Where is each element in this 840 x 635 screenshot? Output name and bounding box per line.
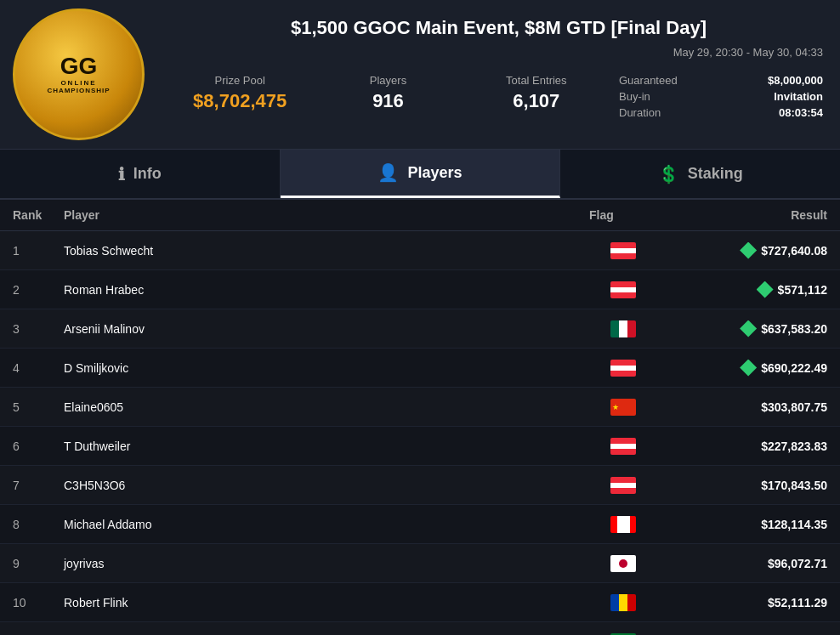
rank-cell: 2 <box>13 283 64 297</box>
result-cell: $303,807.75 <box>657 400 827 414</box>
result-value: $690,222.49 <box>761 361 827 375</box>
flag-at <box>610 281 636 298</box>
entries-label: Total Entries <box>506 74 567 87</box>
player-cell: Robert Flink <box>64 596 589 609</box>
result-cell: $96,072.71 <box>657 557 827 570</box>
col-player-header: Player <box>64 208 589 222</box>
flag-cell <box>589 477 657 494</box>
player-cell: T Duthweiler <box>64 439 589 453</box>
result-value: $303,807.75 <box>761 400 827 414</box>
result-value: $128,114.35 <box>761 518 827 531</box>
result-cell: $170,843.50 <box>657 479 827 492</box>
result-cell: $571,112 <box>657 281 827 298</box>
date-range: May 29, 20:30 - May 30, 04:33 <box>157 46 840 65</box>
duration-label: Duration <box>619 106 661 119</box>
guaranteed-row: Guaranteed $8,000,000 <box>619 74 823 87</box>
diamond-icon <box>740 320 757 337</box>
prize-pool-stat: Prize Pool $8,702,475 <box>174 74 305 112</box>
rank-cell: 1 <box>13 244 64 258</box>
flag-jp <box>610 555 636 572</box>
player-cell: D Smiljkovic <box>64 361 589 375</box>
col-rank-header: Rank <box>13 208 64 222</box>
event-title: $1,500 GGOC Main Event, $8M GTD [Final D… <box>174 17 823 39</box>
table-row: 9 joyrivas $96,072.71 <box>0 544 840 583</box>
table-row: 2 Roman Hrabec $571,112 <box>0 270 840 309</box>
flag-cn <box>610 399 636 416</box>
stats-bar: Prize Pool $8,702,475 Players 916 Total … <box>157 65 840 132</box>
flag-cell <box>589 320 657 337</box>
flag-cell <box>589 516 657 533</box>
result-value: $52,111.29 <box>768 596 827 609</box>
tab-players[interactable]: 👤 Players <box>281 150 561 198</box>
rank-cell: 7 <box>13 479 64 492</box>
player-cell: Roman Hrabec <box>64 283 589 297</box>
tab-players-label: Players <box>407 164 462 182</box>
tab-staking-label: Staking <box>688 165 743 183</box>
player-cell: joyrivas <box>64 557 589 570</box>
rank-cell: 5 <box>13 400 64 414</box>
player-cell: Elaine0605 <box>64 400 589 414</box>
result-value: $571,112 <box>778 283 827 297</box>
result-cell: $690,222.49 <box>657 360 827 377</box>
col-result-header: Result <box>657 208 827 222</box>
entries-stat: Total Entries 6,107 <box>471 74 602 112</box>
result-cell: $227,823.83 <box>657 439 827 453</box>
flag-cell <box>589 594 657 611</box>
buyin-row: Buy-in Invitation <box>619 90 823 103</box>
flag-ca <box>610 516 636 533</box>
result-cell: $727,640.08 <box>657 242 827 259</box>
info-icon: ℹ <box>118 164 125 184</box>
staking-icon: 💲 <box>658 164 679 184</box>
rank-cell: 4 <box>13 361 64 375</box>
rank-cell: 3 <box>13 322 64 336</box>
flag-at <box>610 242 636 259</box>
entries-value: 6,107 <box>513 90 559 112</box>
result-value: $170,843.50 <box>761 479 827 492</box>
result-cell: $128,114.35 <box>657 518 827 531</box>
player-cell: Arsenii Malinov <box>64 322 589 336</box>
guaranteed-label: Guaranteed <box>619 74 678 87</box>
result-value: $637,583.20 <box>761 322 827 336</box>
extra-stats: Guaranteed $8,000,000 Buy-in Invitation … <box>619 74 823 119</box>
flag-cell <box>589 360 657 377</box>
result-value: $727,640.08 <box>761 244 827 258</box>
rank-cell: 9 <box>13 557 64 570</box>
tabs: ℹ Info 👤 Players 💲 Staking <box>0 150 840 200</box>
players-stat: Players 916 <box>322 74 453 112</box>
buyin-label: Buy-in <box>619 90 650 103</box>
players-icon: 👤 <box>377 162 399 183</box>
rank-cell: 10 <box>13 596 64 609</box>
duration-row: Duration 08:03:54 <box>619 106 823 119</box>
prize-pool-value: $8,702,475 <box>193 90 287 112</box>
player-cell: C3H5N3O6 <box>64 479 589 492</box>
flag-cell <box>589 281 657 298</box>
buyin-value: Invitation <box>774 90 823 103</box>
rank-cell: 8 <box>13 518 64 531</box>
result-value: $227,823.83 <box>761 439 827 453</box>
table-row: 7 C3H5N3O6 $170,843.50 <box>0 466 840 505</box>
tab-staking[interactable]: 💲 Staking <box>560 150 840 198</box>
logo-gg: GG <box>47 54 110 80</box>
player-cell: Tobias Schwecht <box>64 244 589 258</box>
flag-cell <box>589 555 657 572</box>
table-row: 1 Tobias Schwecht $727,640.08 <box>0 231 840 270</box>
table-header: Rank Player Flag Result <box>0 200 840 231</box>
player-cell: Michael Addamo <box>64 518 589 531</box>
header: GG ONLINE CHAMPIONSHIP $1,500 GGOC Main … <box>0 0 840 150</box>
table-row: 3 Arsenii Malinov $637,583.20 <box>0 309 840 349</box>
flag-cell <box>589 438 657 455</box>
diamond-icon <box>740 242 757 259</box>
flag-md <box>610 594 636 611</box>
table-body: 1 Tobias Schwecht $727,640.08 2 Roman Hr… <box>0 231 840 635</box>
rank-cell: 6 <box>13 439 64 453</box>
table-row: 10 Robert Flink $52,111.29 <box>0 583 840 622</box>
table-row: 6 T Duthweiler $227,823.83 <box>0 427 840 466</box>
logo-text: GG ONLINE CHAMPIONSHIP <box>47 54 110 94</box>
duration-value: 08:03:54 <box>779 106 823 119</box>
logo-area: GG ONLINE CHAMPIONSHIP <box>0 0 157 149</box>
flag-cell <box>589 399 657 416</box>
table-row: 4 D Smiljkovic $690,222.49 <box>0 349 840 388</box>
diamond-icon <box>757 281 774 298</box>
tab-info[interactable]: ℹ Info <box>0 150 281 198</box>
header-right: $1,500 GGOC Main Event, $8M GTD [Final D… <box>157 0 840 149</box>
